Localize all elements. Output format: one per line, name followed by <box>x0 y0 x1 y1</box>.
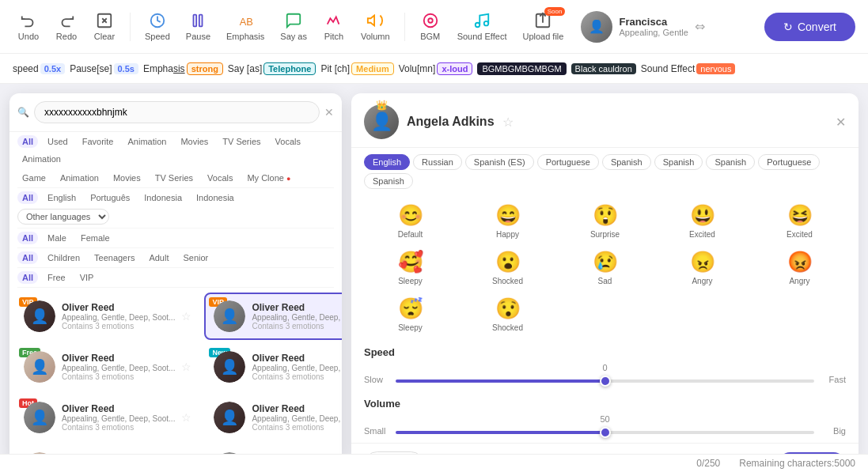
sayas-button[interactable]: Say as <box>275 9 312 44</box>
tag-volume: Volu[mn] x-loud <box>399 62 473 75</box>
filter-lang-id2[interactable]: Indonesia <box>191 191 239 204</box>
search-icon: 🔍 <box>17 107 29 118</box>
filter-age-all[interactable]: All <box>17 251 38 264</box>
filter-lang-id[interactable]: Indonesia <box>139 191 187 204</box>
emotion-excited2[interactable]: 😆 Excited <box>753 200 846 242</box>
lang-english[interactable]: English <box>364 154 410 170</box>
list-item[interactable]: VIP 👤 Oliver Reed Appealing, Gentle, Dee… <box>204 293 342 340</box>
filter-gender-all[interactable]: All <box>17 232 38 244</box>
emotion-angry1[interactable]: 😠 Angry <box>656 247 749 289</box>
filter-age-senior[interactable]: Senior <box>178 251 213 264</box>
filter-vocals2-btn[interactable]: Vocals <box>203 172 237 184</box>
filter-movies-btn[interactable]: Movies <box>176 135 213 148</box>
speed-fast-label: Fast <box>821 375 846 384</box>
star-button[interactable]: ☆ <box>181 411 191 424</box>
emotion-shocked1[interactable]: 😮 Shocked <box>461 247 554 289</box>
search-clear-button[interactable]: ✕ <box>324 106 334 119</box>
crown-icon: 👑 <box>376 100 388 111</box>
emotion-surprise[interactable]: 😲 Surprise <box>559 200 651 242</box>
close-panel-button[interactable]: ✕ <box>836 115 846 130</box>
sound-effect-button[interactable]: Sound Effect <box>453 9 512 44</box>
list-item[interactable]: New 👤 Oliver Reed Appealing, Gentle, Dee… <box>204 343 342 391</box>
emotion-angry2[interactable]: 😡 Angry <box>753 247 846 289</box>
filter-animation2-btn[interactable]: Animation <box>17 153 66 165</box>
search-input[interactable] <box>34 101 320 123</box>
favorite-star-button[interactable]: ☆ <box>502 115 514 130</box>
panel-header: 👑 👤 Angela Adkins ☆ ✕ <box>351 93 859 148</box>
filter-age-teen[interactable]: Teenagers <box>89 251 139 264</box>
svg-text:AB: AB <box>240 16 253 28</box>
filter-gender-female[interactable]: Female <box>76 232 115 244</box>
filter-game-btn[interactable]: Game <box>17 172 51 184</box>
filter-age-children[interactable]: Children <box>43 251 85 264</box>
volume-slider-row: Small Big <box>364 425 846 436</box>
filter-price-vip[interactable]: VIP <box>75 271 99 284</box>
filter-price-free[interactable]: Free <box>43 271 70 284</box>
filter-price-row: All Free VIP <box>9 268 342 287</box>
language-section: English Russian Spanish (ES) Portuguese … <box>351 148 859 195</box>
volume-title: Volume <box>364 398 846 410</box>
undo-button[interactable]: Undo <box>13 9 44 44</box>
emotion-excited1[interactable]: 😃 Excited <box>656 200 749 242</box>
list-item[interactable]: VIP 👤 Oliver Reed Appealing, Gentle, Dee… <box>14 293 201 340</box>
convert-button[interactable]: ↻ Convert <box>764 13 855 41</box>
list-item[interactable]: Hot 👤 Oliver Reed Appealing, Gentle, Dee… <box>14 394 201 441</box>
lang-portuguese[interactable]: Portuguese <box>537 154 599 170</box>
filter-favorite-btn[interactable]: Favorite <box>78 135 119 148</box>
upload-file-button[interactable]: Soon Upload file <box>517 9 568 44</box>
emotion-happy[interactable]: 😄 Happy <box>461 200 554 242</box>
emotion-sad[interactable]: 😢 Sad <box>559 247 651 289</box>
voice-info: Oliver Reed Appealing, Gentle, Deep, Soo… <box>252 403 342 432</box>
toolbar: Undo Redo Clear Speed Pause AB Emphasis … <box>0 0 868 54</box>
speed-slider-container <box>396 374 814 385</box>
filter-myclone-btn[interactable]: My Clone ● <box>242 172 295 184</box>
pitch-button[interactable]: Pitch <box>318 9 350 44</box>
lang-spanish5[interactable]: Spanish <box>364 173 413 189</box>
redo-button[interactable]: Redo <box>51 9 82 44</box>
filter-tvseries2-btn[interactable]: TV Series <box>150 172 198 184</box>
user-area: 👤 Francisca Appealing, Gentle ⇔ <box>574 8 711 46</box>
emotion-shocked2[interactable]: 😯 Shocked <box>461 293 554 335</box>
filter-animation3-btn[interactable]: Animation <box>55 172 104 184</box>
filter-used-btn[interactable]: Used <box>43 135 73 148</box>
filter-lang-pt[interactable]: Português <box>85 191 135 204</box>
emotion-sleepy1[interactable]: 🥰 Sleepy <box>364 247 457 289</box>
speed-button[interactable]: Speed <box>140 9 175 44</box>
bgm-button[interactable]: BGM <box>415 9 446 44</box>
clear-button[interactable]: Clear <box>89 9 120 44</box>
volume-label: Volumn <box>361 32 390 41</box>
filter-age-adult[interactable]: Adult <box>144 251 173 264</box>
filter-lang-all[interactable]: All <box>17 191 38 204</box>
lang-spanish3[interactable]: Spanish <box>654 154 703 170</box>
volume-slider[interactable] <box>396 431 814 434</box>
filter-lang-en[interactable]: English <box>43 191 81 204</box>
list-item[interactable]: Free 👤 Oliver Reed Appealing, Gentle, De… <box>14 343 201 391</box>
volume-button[interactable]: Volumn <box>356 9 395 44</box>
emotion-section: 😊 Default 😄 Happy 😲 Surprise 😃 Excited 😆 <box>351 195 859 340</box>
filter-animation-btn[interactable]: Animation <box>123 135 172 148</box>
svg-point-9 <box>428 18 433 23</box>
filter-lang-other[interactable]: Other languages <box>17 209 109 225</box>
voice-info: Oliver Reed Appealing, Gentle, Deep, Soo… <box>252 353 342 381</box>
lang-spanish2[interactable]: Spanish <box>602 154 651 170</box>
lang-spanish-es[interactable]: Spanish (ES) <box>465 154 534 170</box>
svg-rect-5 <box>199 15 203 27</box>
filter-price-all[interactable]: All <box>17 271 38 284</box>
expand-icon[interactable]: ⇔ <box>695 19 705 34</box>
emotion-sleepy2[interactable]: 😴 Sleepy <box>364 293 457 335</box>
filter-all-btn[interactable]: All <box>17 135 38 148</box>
filter-movies2-btn[interactable]: Movies <box>108 172 146 184</box>
lang-portuguese2[interactable]: Portuguese <box>758 154 820 170</box>
filter-gender-male[interactable]: Male <box>43 232 71 244</box>
speed-slider[interactable] <box>396 379 814 383</box>
lang-russian[interactable]: Russian <box>413 154 462 170</box>
emphasis-button[interactable]: AB Emphasis <box>222 9 269 44</box>
star-button[interactable]: ☆ <box>181 310 191 323</box>
filter-vocals-btn[interactable]: Vocals <box>271 135 305 148</box>
filter-tvseries-btn[interactable]: TV Series <box>218 135 265 148</box>
star-button[interactable]: ☆ <box>181 361 191 373</box>
list-item[interactable]: 👤 Oliver Reed Appealing, Gentle, Deep, S… <box>204 394 342 441</box>
lang-spanish4[interactable]: Spanish <box>706 154 755 170</box>
emotion-default[interactable]: 😊 Default <box>364 200 457 242</box>
pause-button[interactable]: Pause <box>181 9 215 44</box>
